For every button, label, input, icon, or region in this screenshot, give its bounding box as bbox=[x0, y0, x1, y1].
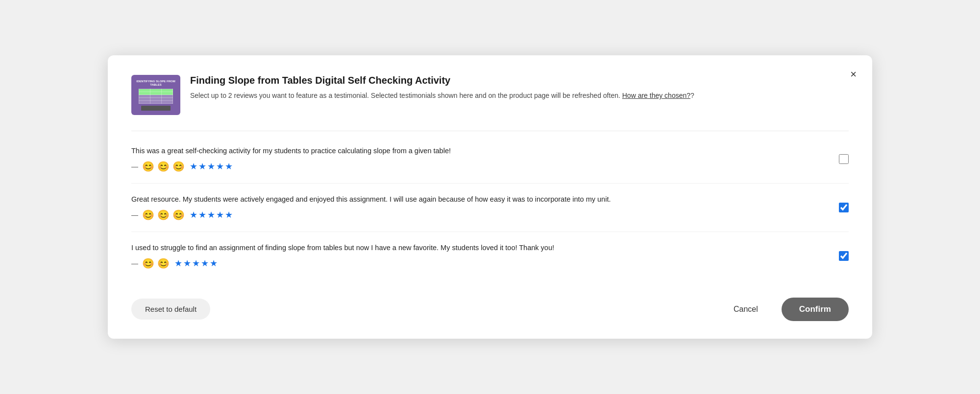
review-dash: — bbox=[131, 162, 138, 170]
review-item: I used to struggle to find an assignment… bbox=[131, 232, 849, 280]
star-icon: ★ bbox=[207, 161, 215, 172]
smiley-icon: 😊 bbox=[157, 257, 170, 269]
star-half-icon: ★ bbox=[225, 209, 233, 220]
star-half-icon: ★ bbox=[210, 258, 218, 269]
star-icon: ★ bbox=[198, 161, 206, 172]
checkbox-container bbox=[839, 154, 849, 164]
testimonial-modal: × IDENTIFYING SLOPE FROM TABLES Finding … bbox=[108, 55, 872, 338]
star-icon: ★ bbox=[190, 209, 197, 220]
review-meta: — 😊 😊 😊 ★ ★ ★ ★ ★ bbox=[131, 161, 829, 172]
star-icon: ★ bbox=[201, 258, 209, 269]
review-text: This was a great self-checking activity … bbox=[131, 146, 829, 157]
product-title: Finding Slope from Tables Digital Self C… bbox=[190, 75, 849, 86]
product-thumbnail: IDENTIFYING SLOPE FROM TABLES bbox=[131, 75, 180, 115]
review-content: I used to struggle to find an assignment… bbox=[131, 243, 829, 269]
smiley-icon: 😊 bbox=[157, 161, 170, 172]
review-dash: — bbox=[131, 259, 138, 267]
checkbox-container bbox=[839, 203, 849, 212]
checkbox-container bbox=[839, 251, 849, 261]
review-checkbox[interactable] bbox=[839, 154, 849, 164]
review-checkbox[interactable] bbox=[839, 203, 849, 212]
star-icon: ★ bbox=[192, 258, 200, 269]
modal-footer: Reset to default Cancel Confirm bbox=[131, 294, 849, 321]
star-rating: ★ ★ ★ ★ ★ bbox=[174, 258, 218, 269]
reset-button[interactable]: Reset to default bbox=[131, 299, 210, 320]
smiley-icon: 😊 bbox=[172, 209, 185, 221]
star-rating: ★ ★ ★ ★ ★ bbox=[190, 209, 233, 220]
how-chosen-link[interactable]: How are they chosen? bbox=[622, 92, 690, 99]
star-icon: ★ bbox=[216, 209, 224, 220]
review-text: I used to struggle to find an assignment… bbox=[131, 243, 829, 254]
star-half-icon: ★ bbox=[225, 161, 233, 172]
smiley-icon: 😊 bbox=[142, 209, 154, 221]
thumbnail-table bbox=[139, 89, 173, 104]
star-icon: ★ bbox=[207, 209, 215, 220]
review-item: This was a great self-checking activity … bbox=[131, 135, 849, 184]
thumbnail-laptop bbox=[141, 106, 171, 111]
review-dash: — bbox=[131, 211, 138, 219]
review-meta: — 😊 😊 😊 ★ ★ ★ ★ ★ bbox=[131, 209, 829, 221]
star-icon: ★ bbox=[183, 258, 191, 269]
star-icon: ★ bbox=[190, 161, 197, 172]
review-item: Great resource. My students were activel… bbox=[131, 184, 849, 232]
modal-header: IDENTIFYING SLOPE FROM TABLES Finding Sl… bbox=[131, 75, 849, 115]
review-text: Great resource. My students were activel… bbox=[131, 194, 829, 205]
review-content: This was a great self-checking activity … bbox=[131, 146, 829, 172]
product-description: Select up to 2 reviews you want to featu… bbox=[190, 90, 849, 101]
review-checkbox[interactable] bbox=[839, 251, 849, 261]
cancel-button[interactable]: Cancel bbox=[726, 301, 766, 318]
star-icon: ★ bbox=[198, 209, 206, 220]
footer-actions: Cancel Confirm bbox=[726, 298, 849, 321]
smiley-icon: 😊 bbox=[142, 257, 154, 269]
close-button[interactable]: × bbox=[848, 67, 858, 82]
header-text: Finding Slope from Tables Digital Self C… bbox=[190, 75, 849, 101]
smiley-icon: 😊 bbox=[172, 161, 185, 172]
review-content: Great resource. My students were activel… bbox=[131, 194, 829, 221]
confirm-button[interactable]: Confirm bbox=[782, 298, 849, 321]
smiley-icon: 😊 bbox=[157, 209, 170, 221]
review-meta: — 😊 😊 ★ ★ ★ ★ ★ bbox=[131, 257, 829, 269]
header-divider bbox=[131, 131, 849, 131]
star-rating: ★ ★ ★ ★ ★ bbox=[190, 161, 233, 172]
star-icon: ★ bbox=[216, 161, 224, 172]
smiley-icon: 😊 bbox=[142, 161, 154, 172]
reviews-list: This was a great self-checking activity … bbox=[131, 135, 849, 279]
thumbnail-title: IDENTIFYING SLOPE FROM TABLES bbox=[134, 80, 177, 87]
star-icon: ★ bbox=[174, 258, 182, 269]
